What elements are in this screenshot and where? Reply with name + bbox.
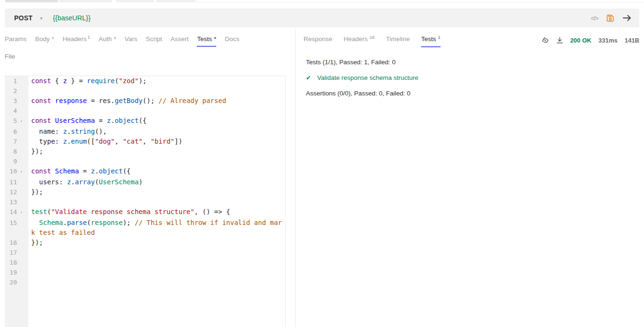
tab-docs[interactable]: Docs xyxy=(225,35,239,47)
code-line[interactable]: 15 Schema.parse(response); // This will … xyxy=(5,218,285,238)
code-line[interactable]: 2 xyxy=(5,86,285,96)
gutter-cell: 11 xyxy=(5,177,28,187)
fold-arrow-icon[interactable]: ▾ xyxy=(17,116,25,127)
tab-params[interactable]: Params xyxy=(5,35,27,47)
code-text[interactable]: const UserSchema = z.object({ xyxy=(28,116,285,127)
send-request-icon[interactable] xyxy=(622,14,632,22)
code-text[interactable]: }); xyxy=(28,238,285,248)
code-text[interactable] xyxy=(28,197,285,207)
save-icon[interactable] xyxy=(606,14,614,22)
download-response-icon[interactable] xyxy=(556,37,563,44)
code-line[interactable]: 17 xyxy=(5,248,285,258)
tab-response[interactable]: Response xyxy=(304,35,332,47)
line-number: 9 xyxy=(5,156,17,166)
tab-response-headers[interactable]: Headers16 xyxy=(344,35,375,47)
method-dropdown-caret-icon[interactable]: ▾ xyxy=(40,16,42,21)
top-tab[interactable] xyxy=(59,0,112,2)
gutter-cell: 8 xyxy=(5,146,28,156)
code-line[interactable]: 9 xyxy=(5,156,285,166)
code-line[interactable]: 6 name: z.string(), xyxy=(5,127,285,137)
code-text[interactable]: const Schema = z.object({ xyxy=(28,166,285,177)
code-line[interactable]: 1const { z } = require("zod"); xyxy=(5,76,285,86)
tab-response-tests[interactable]: Tests1 xyxy=(421,35,441,47)
code-text[interactable] xyxy=(28,258,285,267)
fold-arrow-icon xyxy=(17,177,25,187)
code-editor[interactable]: 1const { z } = require("zod");23const re… xyxy=(5,76,286,327)
code-filler[interactable] xyxy=(28,287,285,327)
gutter-cell: 19 xyxy=(5,267,28,277)
code-text[interactable] xyxy=(28,267,285,277)
code-text[interactable] xyxy=(28,277,285,287)
gutter-cell: 12 xyxy=(5,187,28,197)
code-line[interactable]: 11 users: z.array(UserSchema) xyxy=(5,177,285,187)
passed-test-row: ✔ Validate response schema structure xyxy=(306,74,418,82)
gutter-cell: 1 xyxy=(5,76,28,86)
fold-arrow-icon[interactable]: ▾ xyxy=(17,207,25,218)
code-text[interactable] xyxy=(28,86,285,96)
tab-assert[interactable]: Assert xyxy=(170,35,188,47)
code-text[interactable]: type: z.enum(["dog", "cat", "bird"]) xyxy=(28,137,285,146)
tab-timeline[interactable]: Timeline xyxy=(386,35,410,47)
gutter-cell: 6 xyxy=(5,127,28,137)
code-text[interactable]: Schema.parse(response); // This will thr… xyxy=(28,218,285,238)
code-text[interactable]: name: z.string(), xyxy=(28,127,285,137)
line-number: 16 xyxy=(5,238,17,248)
code-text[interactable] xyxy=(28,106,285,116)
line-number: 17 xyxy=(5,248,17,258)
code-line[interactable]: 16}); xyxy=(5,238,285,248)
gutter-cell: 20 xyxy=(5,277,28,287)
response-tabs: Response Headers16 Timeline Tests1 xyxy=(304,35,441,47)
top-tab[interactable] xyxy=(116,0,154,2)
request-url-bar: POST ▾ {{baseURL}} </> xyxy=(5,9,639,27)
code-line[interactable]: 12}); xyxy=(5,187,285,197)
code-text[interactable]: }); xyxy=(28,146,285,156)
generate-code-icon[interactable]: </> xyxy=(591,15,598,22)
pane-divider[interactable] xyxy=(295,28,296,327)
code-line[interactable]: 3const response = res.getBody(); // Alre… xyxy=(5,96,285,106)
tab-tests[interactable]: Tests* xyxy=(197,35,216,47)
gutter-cell: 17 xyxy=(5,248,28,258)
line-number: 3 xyxy=(5,96,17,106)
code-text[interactable] xyxy=(28,156,285,166)
code-line[interactable]: 10▾const Schema = z.object({ xyxy=(5,166,285,177)
code-text[interactable] xyxy=(28,248,285,258)
top-strip-line xyxy=(195,2,644,2)
request-url-input[interactable]: {{baseURL}} xyxy=(53,14,91,22)
fold-arrow-icon xyxy=(17,96,25,106)
tab-auth[interactable]: Auth* xyxy=(99,35,116,47)
code-text[interactable]: const response = res.getBody(); // Alrea… xyxy=(28,96,285,106)
code-line[interactable]: 13 xyxy=(5,197,285,207)
clear-response-icon[interactable] xyxy=(542,37,549,44)
code-text[interactable]: users: z.array(UserSchema) xyxy=(28,177,285,187)
code-text[interactable]: const { z } = require("zod"); xyxy=(28,76,285,86)
editor-filler[interactable] xyxy=(5,287,285,327)
file-label: File xyxy=(5,53,15,60)
top-tab-active[interactable] xyxy=(5,0,58,2)
gutter-cell: 4 xyxy=(5,106,28,116)
gutter-cell: 3 xyxy=(5,96,28,106)
tab-vars[interactable]: Vars xyxy=(125,35,137,47)
method-select[interactable]: POST xyxy=(14,14,33,22)
code-line[interactable]: 20 xyxy=(5,277,285,287)
code-line[interactable]: 18 xyxy=(5,258,285,267)
code-line[interactable]: 7 type: z.enum(["dog", "cat", "bird"]) xyxy=(5,137,285,146)
response-size: 141B xyxy=(625,37,639,44)
tab-body[interactable]: Body* xyxy=(35,35,54,47)
code-line[interactable]: 14▾test("Validate response schema struct… xyxy=(5,207,285,218)
code-line[interactable]: 8}); xyxy=(5,146,285,156)
gutter-cell: 5▾ xyxy=(5,116,28,127)
code-text[interactable]: }); xyxy=(28,187,285,197)
gutter-cell: 13 xyxy=(5,197,28,207)
assertions-summary: Assertions (0/0), Passed: 0, Failed: 0 xyxy=(306,89,418,97)
code-line[interactable]: 19 xyxy=(5,267,285,277)
tab-script[interactable]: Script xyxy=(146,35,162,47)
code-line[interactable]: 5▾const UserSchema = z.object({ xyxy=(5,116,285,127)
passed-test-name: Validate response schema structure xyxy=(317,74,418,81)
fold-arrow-icon[interactable]: ▾ xyxy=(17,166,25,177)
tab-headers[interactable]: Headers1 xyxy=(63,35,90,47)
code-text[interactable]: test("Validate response schema structure… xyxy=(28,207,285,218)
gutter-filler xyxy=(5,287,28,327)
code-line[interactable]: 4 xyxy=(5,106,285,116)
top-tab[interactable] xyxy=(156,0,195,2)
line-number: 20 xyxy=(5,277,17,287)
